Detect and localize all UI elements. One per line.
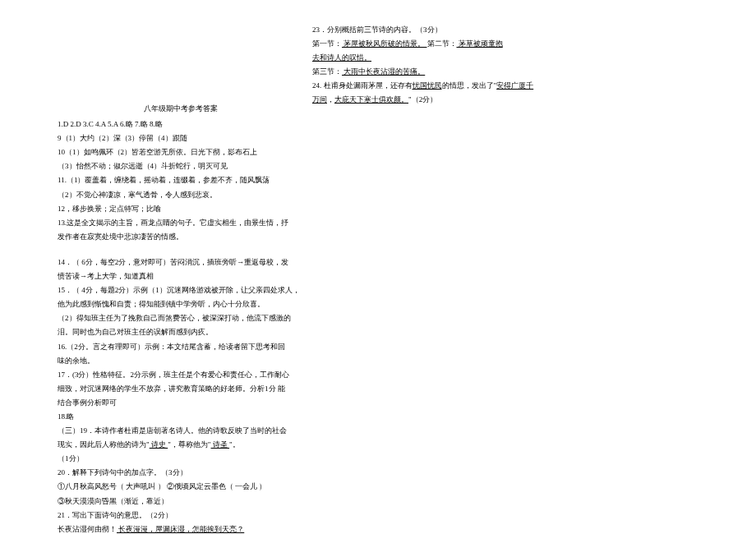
answer-line: 14．（ 6分，每空2分，意对即可）苦闷消沉，插班旁听→重返母校，发 (58, 255, 304, 269)
answer-blank: 去和诗人的叹惜。 (312, 53, 371, 62)
answer-line: （2）不觉心神凄凉，寒气透骨，令人感到悲哀。 (58, 188, 304, 202)
answer-blank: 大庇天下寒士俱欢颜。 (334, 95, 408, 104)
answer-title: 八年级期中考参考答案 (58, 102, 304, 116)
text: 现实，因此后人称他的诗为" (58, 440, 150, 449)
answer-line: 21．写出下面诗句的意思。（2分） (58, 509, 304, 522)
answer-line: 13.这是全文揭示的主旨，画龙点睛的句子。它虚实相生，由景生情，抒 (58, 216, 304, 230)
answer-line: 结合事例分析即可 (58, 396, 304, 410)
answer-blank: 万间 (312, 95, 327, 104)
answer-line: 细致，对沉迷网络的学生不放弃，讲究教育策略的好老师。分析1分 能 (58, 382, 304, 396)
answer-line: 第三节： 大雨中长夜沾湿的苦痛。 (312, 65, 559, 79)
answer-line: 10（1）如鸣佩环（2）皆若空游无所依。日光下彻，影布石上 (58, 145, 304, 159)
answer-blank: 忧国忧民 (413, 81, 442, 90)
answer-line: 他为此感到惭愧和自责；得知能到镇中学旁听，内心十分欣喜。 (58, 297, 304, 311)
text: 长夜沾湿何由彻！ (58, 525, 117, 533)
answer-line: ③秋天漠漠向昏黑（渐近，靠近） (58, 495, 304, 509)
answer-line: 11.（1）覆盖着，缠绕着，摇动着，连缀着，参差不齐，随风飘荡 (58, 173, 304, 187)
text: 第三节： (312, 67, 342, 76)
answer-blank: 安得广厦千 (496, 81, 533, 90)
text: 24. 杜甫身处漏雨茅屋，还存有 (312, 81, 413, 90)
answer-blank: 茅草被顽童抱 (457, 39, 503, 48)
text: "。 (229, 440, 240, 449)
answer-line: 23．分别概括前三节诗的内容。（3分） (312, 23, 559, 37)
text: 第二节： (427, 39, 457, 48)
answer-line: 愤苦读→考上大学，知道真相 (58, 269, 304, 283)
answer-line: 第一节： 茅屋被秋风所破的情景。 第二节： 茅草被顽童抱 (312, 37, 559, 51)
text: 第一节： (312, 39, 342, 48)
answer-blank: 诗史 (150, 440, 168, 449)
answer-line: （三）19．本诗作者杜甫是唐朝著名诗人。他的诗歌反映了当时的社会 (58, 424, 304, 438)
answer-blank: 长夜漫漫，屋漏床湿，怎能挨到天亮？ (117, 525, 244, 533)
answer-line: 16.（2分。言之有理即可）示例：本文结尾含蓄，给读者留下思考和回 (58, 340, 304, 354)
answer-blank: 茅屋被秋风所破的情景。 (342, 39, 427, 48)
text: "（2分） (408, 95, 437, 104)
left-column: 八年级期中考参考答案 1.D 2.D 3.C 4.A 5.A 6.略 7.略 8… (58, 102, 304, 534)
answer-line: 长夜沾湿何由彻！ 长夜漫漫，屋漏床湿，怎能挨到天亮？ (58, 522, 304, 534)
answer-line: 18.略 (58, 410, 304, 424)
answer-line: 12，移步换景；定点特写；比喻 (58, 202, 304, 216)
answer-line: （2）得知班主任为了挽救自己而煞费苦心，被深深打动，他流下感激的 (58, 311, 304, 325)
right-column: 23．分别概括前三节诗的内容。（3分） 第一节： 茅屋被秋风所破的情景。 第二节… (312, 23, 559, 108)
answer-line: 发作者在寂寞处境中悲凉凄苦的情感。 (58, 230, 304, 244)
answer-blank: 大雨中长夜沾湿的苦痛。 (342, 67, 425, 76)
answer-line: （1分） (58, 452, 304, 466)
answer-line: 9（1）大约（2）深（3）停留（4）跟随 (58, 131, 304, 145)
answer-line: 现实，因此后人称他的诗为" 诗史 "，尊称他为" 诗圣 "。 (58, 438, 304, 452)
answer-line: 24. 杜甫身处漏雨茅屋，还存有忧国忧民的情思，发出了"安得广厦千 (312, 79, 559, 93)
answer-line: 17．(3分）性格特征。2分示例，班主任是个有爱心和责任心，工作耐心 (58, 368, 304, 382)
answer-line: 20．解释下列诗句中的加点字。（3分） (58, 466, 304, 480)
answer-blank: 诗圣 (211, 440, 230, 449)
answer-line: ①八月秋高风怒号（ 大声吼叫 ） ②俄顷风定云墨色（ 一会儿 ） (58, 480, 304, 494)
text: 的情思，发出了" (442, 81, 497, 90)
answer-line: 去和诗人的叹惜。 (312, 51, 559, 65)
text: ， (327, 95, 334, 104)
answer-line: 泪。同时也为自己对班主任的误解而感到内疚。 (58, 325, 304, 339)
answer-line: 味的余地。 (58, 354, 304, 368)
answer-line: 万间，大庇天下寒士俱欢颜。"（2分） (312, 93, 559, 107)
answer-line: （3）怡然不动；俶尔远逝（4）斗折蛇行，明灭可见 (58, 159, 304, 173)
answer-line: 1.D 2.D 3.C 4.A 5.A 6.略 7.略 8.略 (58, 117, 304, 131)
text: "，尊称他为" (168, 440, 210, 449)
answer-line: 15．（ 4分，每题2分）示例（1）沉迷网络游戏被开除，让父亲四处求人， (58, 283, 304, 297)
